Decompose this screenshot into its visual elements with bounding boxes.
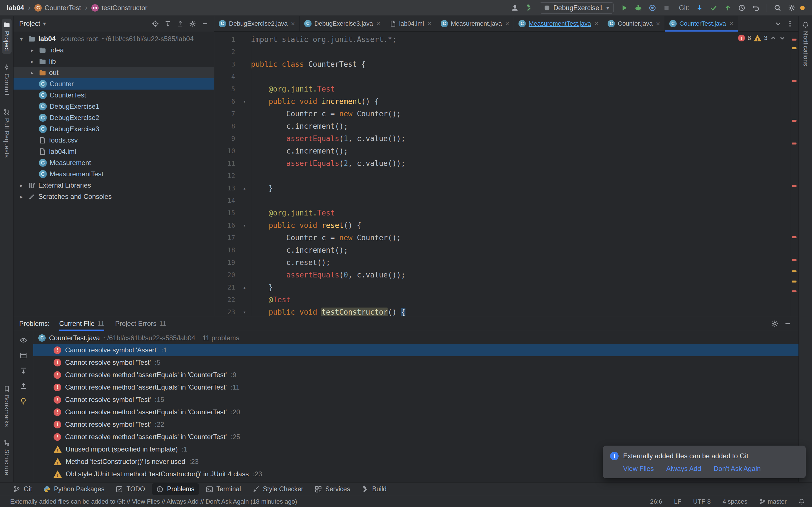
line-number[interactable]: 14 <box>214 194 238 207</box>
line-number[interactable]: 1 <box>214 33 238 46</box>
fold-toggle-icon[interactable]: ▾ <box>238 219 251 231</box>
code-content[interactable]: 1import static org.junit.Assert.*;23publ… <box>214 32 790 316</box>
hidden-tabs-button[interactable] <box>773 18 783 29</box>
problem-item[interactable]: !Cannot resolve method 'assertEquals' in… <box>33 369 799 381</box>
indent-style[interactable]: 4 spaces <box>723 498 748 505</box>
error-stripe[interactable] <box>790 32 799 316</box>
code-line[interactable]: 4 <box>214 70 790 83</box>
hide-panel-button[interactable] <box>200 18 210 29</box>
preview-source-button[interactable] <box>18 335 28 345</box>
line-number[interactable]: 19 <box>214 256 238 269</box>
toolwindow-button-style-checker[interactable]: Style Checker <box>248 483 308 495</box>
toolwindow-stripe-project[interactable]: Project <box>2 18 11 54</box>
code-line[interactable]: 20 assertEquals(0, c.value()); <box>214 269 790 281</box>
error-stripe-mark[interactable] <box>792 120 797 122</box>
hide-problems-button[interactable] <box>783 319 793 329</box>
line-number[interactable]: 22 <box>214 293 238 306</box>
problems-tab-project-errors[interactable]: Project Errors11 <box>115 316 166 331</box>
line-number[interactable]: 13 <box>214 182 238 194</box>
line-number[interactable]: 4 <box>214 70 238 83</box>
editor-tab-measurement-java[interactable]: Measurement.java× <box>436 16 514 31</box>
code-line[interactable]: 13▴ } <box>214 182 790 194</box>
toolwindow-button-git[interactable]: Git <box>8 483 36 495</box>
toolwindow-stripe-structure[interactable]: Structure <box>2 437 11 478</box>
tree-item-counter[interactable]: Counter <box>13 78 214 90</box>
error-stripe-mark[interactable] <box>792 39 797 41</box>
problem-item[interactable]: !Cannot resolve method 'assertEquals' in… <box>33 381 799 393</box>
problems-settings-button[interactable] <box>770 319 780 329</box>
code-line[interactable]: 1import static org.junit.Assert.*; <box>214 33 790 46</box>
build-project-button[interactable] <box>523 2 535 13</box>
line-number[interactable]: 17 <box>214 231 238 244</box>
fold-toggle-icon[interactable]: ▴ <box>238 182 251 194</box>
code-editor[interactable]: 1import static org.junit.Assert.*;23publ… <box>214 32 799 316</box>
history-button[interactable] <box>736 2 748 13</box>
error-stripe-mark[interactable] <box>792 290 797 292</box>
run-config-select[interactable]: DebugExercise1▾ <box>540 2 613 13</box>
breadcrumb-item-countertest[interactable]: CCounterTest <box>35 4 81 12</box>
inspections-widget[interactable]: !8!3 <box>738 34 786 42</box>
notification-action-don-t-ask-again[interactable]: Don't Ask Again <box>714 465 761 473</box>
toolwindow-stripe-notifications[interactable]: Notifications <box>801 18 810 69</box>
tree-item-debugexercise3[interactable]: DebugExercise3 <box>13 123 214 135</box>
tree-item-measurement[interactable]: Measurement <box>13 157 214 168</box>
code-line[interactable]: 6▾ public void increment() { <box>214 95 790 108</box>
user-menu-button[interactable] <box>509 2 520 13</box>
line-number[interactable]: 7 <box>214 108 238 120</box>
breadcrumb-item-testconstructor[interactable]: mtestConstructor <box>91 4 147 12</box>
project-view-selector[interactable]: Project ▾ <box>19 20 46 27</box>
code-line[interactable]: 15 @org.junit.Test <box>214 207 790 219</box>
toolwindow-button-problems[interactable]: Problems <box>152 483 199 495</box>
line-number[interactable]: 6 <box>214 95 238 108</box>
tree-item-countertest[interactable]: CounterTest <box>13 90 214 101</box>
toolwindow-stripe-pull-requests[interactable]: Pull Requests <box>2 106 11 161</box>
line-number[interactable]: 21 <box>214 281 238 293</box>
toolwindow-button-terminal[interactable]: Terminal <box>201 483 246 495</box>
problem-item[interactable]: !Cannot resolve method 'assertEquals' in… <box>33 406 799 418</box>
problem-item[interactable]: !Cannot resolve symbol 'Assert':1 <box>33 344 799 356</box>
fold-toggle-icon[interactable]: ▴ <box>238 281 251 293</box>
next-problem-icon[interactable] <box>779 35 785 41</box>
tree-item-foods-csv[interactable]: foods.csv <box>13 135 214 146</box>
rollback-button[interactable] <box>750 2 762 13</box>
tree-item-lab04[interactable]: ▾lab04sources root, ~/61bl/cs61bl/su22-s… <box>13 33 214 45</box>
expand-all-button[interactable] <box>18 366 28 376</box>
line-number[interactable]: 12 <box>214 170 238 182</box>
editor-tab-counter-java[interactable]: Counter.java× <box>603 16 665 31</box>
problem-item[interactable]: !Cannot resolve symbol 'Test':15 <box>33 393 799 406</box>
line-number[interactable]: 8 <box>214 120 238 132</box>
toolwindow-stripe-commit[interactable]: Commit <box>2 61 11 98</box>
git-branch[interactable]: master <box>759 498 786 505</box>
code-line[interactable]: 14 <box>214 194 790 207</box>
tree-item-scratches-and-consoles[interactable]: ▸Scratches and Consoles <box>13 191 214 202</box>
close-icon[interactable]: × <box>505 20 509 27</box>
code-line[interactable]: 2 <box>214 46 790 58</box>
tree-item-external-libraries[interactable]: ▸External Libraries <box>13 180 214 191</box>
tree-item-out[interactable]: ▸out <box>13 67 214 78</box>
tree-item-lib[interactable]: ▸lib <box>13 56 214 67</box>
push-button[interactable] <box>722 2 733 13</box>
editor-tab-lab04-iml[interactable]: lab04.iml× <box>385 16 436 31</box>
error-stripe-mark[interactable] <box>792 236 797 238</box>
search-everywhere-button[interactable] <box>772 2 783 13</box>
warning-stripe-mark[interactable] <box>792 281 797 283</box>
chevron-right-icon[interactable]: ▸ <box>17 182 26 189</box>
line-number[interactable]: 16 <box>214 219 238 231</box>
close-icon[interactable]: × <box>376 20 380 27</box>
run-with-coverage-button[interactable] <box>647 2 658 13</box>
code-line[interactable]: 19 c.reset(); <box>214 256 790 269</box>
problems-file-row[interactable]: CounterTest.java ~/61bl/cs61bl/su22-s585… <box>33 332 799 344</box>
line-number[interactable]: 5 <box>214 83 238 95</box>
fold-toggle-icon[interactable]: ▾ <box>238 95 251 108</box>
code-line[interactable]: 17 Counter c = new Counter(); <box>214 231 790 244</box>
code-line[interactable]: 11 assertEquals(2, c.value()); <box>214 157 790 170</box>
line-number[interactable]: 2 <box>214 46 238 58</box>
code-line[interactable]: 23▾ public void testConstructor() { <box>214 306 790 316</box>
line-number[interactable]: 3 <box>214 58 238 70</box>
run-button[interactable] <box>619 2 630 13</box>
open-in-preview-button[interactable] <box>18 351 28 360</box>
error-stripe-mark[interactable] <box>792 259 797 261</box>
expand-all-button[interactable] <box>163 18 173 29</box>
problem-item[interactable]: !Cannot resolve symbol 'Test':5 <box>33 356 799 369</box>
chevron-right-icon[interactable]: ▸ <box>28 47 36 54</box>
